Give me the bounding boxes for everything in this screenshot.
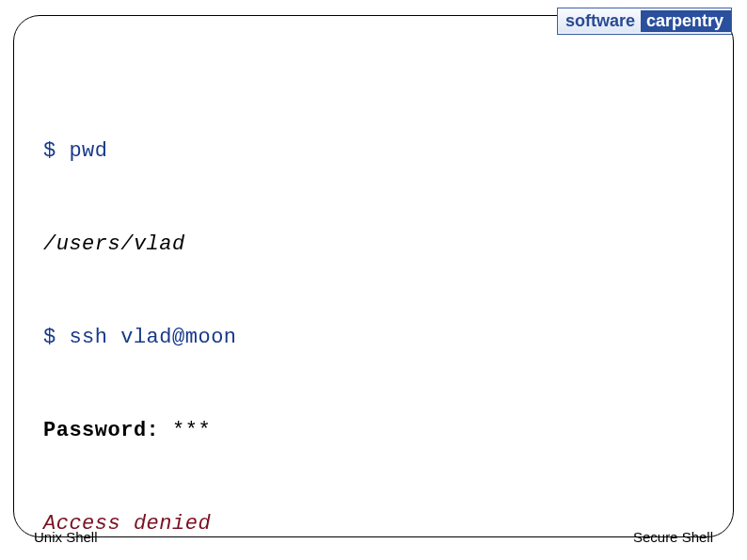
line-1: $ pwd — [43, 136, 704, 167]
software-carpentry-logo: software carpentry — [557, 8, 732, 35]
slide: software carpentry $ pwd /users/vlad $ s… — [0, 0, 747, 560]
footer: Unix Shell Secure Shell — [34, 529, 713, 545]
line-2-output: /users/vlad — [43, 229, 704, 260]
logo-left: software — [558, 10, 641, 32]
line-3: $ ssh vlad@moon — [43, 322, 704, 353]
terminal-output: $ pwd /users/vlad $ ssh vlad@moon Passwo… — [43, 73, 704, 560]
command: pwd — [69, 139, 107, 163]
footer-left: Unix Shell — [34, 529, 98, 545]
password-masked: *** — [172, 419, 211, 442]
footer-right: Secure Shell — [633, 529, 713, 545]
logo-right: carpentry — [641, 10, 731, 32]
password-label: Password: — [43, 419, 159, 442]
line-4-password: Password: *** — [43, 415, 704, 446]
prompt-dollar: $ — [43, 139, 56, 163]
command: ssh vlad@moon — [69, 326, 236, 349]
prompt-dollar: $ — [43, 326, 56, 349]
